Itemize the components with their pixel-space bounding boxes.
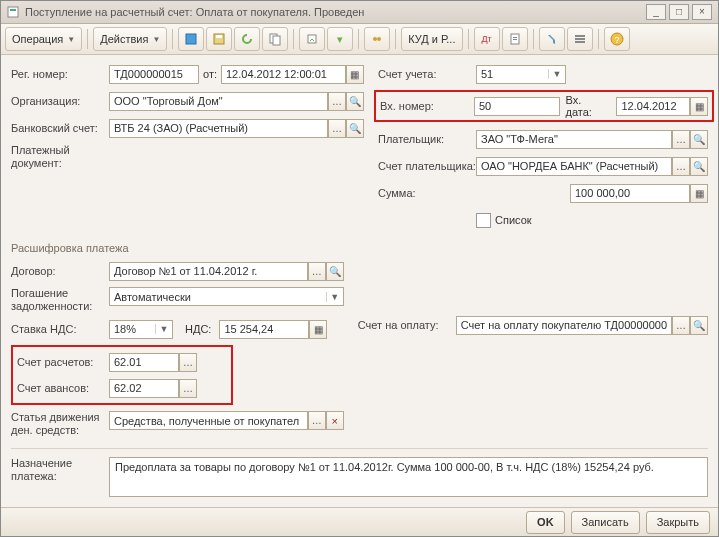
lookup-icon[interactable]: 🔍	[690, 157, 708, 176]
svg-rect-6	[273, 36, 280, 45]
refresh-icon-button[interactable]	[234, 27, 260, 51]
operation-menu-button[interactable]: Операция▼	[5, 27, 82, 51]
lookup-icon[interactable]: 🔍	[690, 130, 708, 149]
vn-label: Вх. номер:	[380, 100, 474, 112]
ellipsis-button[interactable]: …	[328, 92, 346, 111]
vat-rate-label: Ставка НДС:	[11, 323, 109, 335]
kudir-label: КУД и Р...	[408, 33, 455, 45]
dropdown-icon: ▼	[548, 69, 565, 79]
lookup-icon[interactable]: 🔍	[690, 316, 708, 335]
calendar-icon[interactable]: ▦	[690, 97, 708, 116]
ellipsis-button[interactable]: …	[328, 119, 346, 138]
close-window-button[interactable]: ×	[692, 4, 712, 20]
settle-acc-input[interactable]: 62.01	[109, 353, 179, 372]
ellipsis-button[interactable]: …	[672, 130, 690, 149]
based-on-icon-button[interactable]	[299, 27, 325, 51]
save-button[interactable]: Записать	[571, 511, 640, 534]
print-dropdown-button[interactable]: ▾	[327, 27, 353, 51]
ok-button[interactable]: OK	[526, 511, 565, 534]
section-payment-details: Расшифровка платежа	[11, 242, 708, 254]
copy-icon-button[interactable]	[262, 27, 288, 51]
save-icon-button[interactable]	[206, 27, 232, 51]
dropdown-icon: ▼	[326, 292, 343, 302]
list-checkbox-label: Список	[495, 214, 532, 226]
vdate-label: Вх. дата:	[566, 94, 611, 118]
payer-acc-input[interactable]: ОАО "НОРДЕА БАНК" (Расчетный)	[476, 157, 672, 176]
separator	[87, 29, 88, 49]
kudir-button[interactable]: КУД и Р...	[401, 27, 462, 51]
debt-label: Погашение задолженности:	[11, 287, 109, 313]
incoming-highlight: Вх. номер: 50 Вх. дата: 12.04.2012 ▦	[374, 90, 714, 122]
caret-down-icon: ▼	[152, 35, 160, 44]
dtkt-icon-button[interactable]: Дт	[474, 27, 500, 51]
calculator-icon[interactable]: ▦	[690, 184, 708, 203]
contract-input[interactable]: Договор №1 от 11.04.2012 г.	[109, 262, 308, 281]
minimize-button[interactable]: _	[646, 4, 666, 20]
payer-acc-label: Счет плательщика:	[378, 160, 476, 172]
ellipsis-button[interactable]: …	[308, 411, 326, 430]
caret-down-icon: ▼	[67, 35, 75, 44]
ellipsis-button[interactable]: …	[308, 262, 326, 281]
separator	[395, 29, 396, 49]
vat-input[interactable]: 15 254,24	[219, 320, 309, 339]
debt-select[interactable]: Автоматически ▼	[109, 287, 344, 306]
acct-select[interactable]: 51 ▼	[476, 65, 566, 84]
from-label: от:	[203, 68, 217, 80]
org-input[interactable]: ООО "Торговый Дом"	[109, 92, 328, 111]
clear-button[interactable]: ×	[326, 411, 344, 430]
separator	[172, 29, 173, 49]
ellipsis-button[interactable]: …	[179, 353, 197, 372]
close-button[interactable]: Закрыть	[646, 511, 710, 534]
invoice-input[interactable]: Счет на оплату покупателю ТД00000000	[456, 316, 672, 335]
sum-label: Сумма:	[378, 187, 476, 199]
separator	[533, 29, 534, 49]
svg-rect-1	[10, 9, 16, 11]
reg-no-input[interactable]: ТД000000015	[109, 65, 199, 84]
svg-text:?: ?	[614, 35, 619, 45]
lookup-icon[interactable]: 🔍	[346, 119, 364, 138]
cashflow-label: Статья движения ден. средств:	[11, 411, 109, 437]
adv-acc-input[interactable]: 62.02	[109, 379, 179, 398]
ellipsis-button[interactable]: …	[672, 157, 690, 176]
svg-rect-14	[575, 38, 585, 40]
dropdown-icon: ▼	[155, 324, 172, 334]
filter-icon-button[interactable]	[539, 27, 565, 51]
vat-label: НДС:	[185, 323, 211, 335]
vn-input[interactable]: 50	[474, 97, 560, 116]
maximize-button[interactable]: □	[669, 4, 689, 20]
form-body: Рег. номер: ТД000000015 от: 12.04.2012 1…	[1, 55, 718, 506]
titlebar: Поступление на расчетный счет: Оплата от…	[1, 1, 718, 24]
links-icon-button[interactable]	[364, 27, 390, 51]
reg-date-input[interactable]: 12.04.2012 12:00:01	[221, 65, 346, 84]
vat-rate-select[interactable]: 18% ▼	[109, 320, 173, 339]
contract-label: Договор:	[11, 265, 109, 277]
ellipsis-button[interactable]: …	[179, 379, 197, 398]
document-window: Поступление на расчетный счет: Оплата от…	[0, 0, 719, 537]
purpose-textarea[interactable]: Предоплата за товары по договору №1 от 1…	[109, 457, 708, 497]
vdate-input[interactable]: 12.04.2012	[616, 97, 690, 116]
calculator-icon[interactable]: ▦	[309, 320, 327, 339]
cashflow-input[interactable]: Средства, полученные от покупател	[109, 411, 308, 430]
list-checkbox[interactable]	[476, 213, 491, 228]
lookup-icon[interactable]: 🔍	[326, 262, 344, 281]
payer-label: Плательщик:	[378, 133, 476, 145]
list-icon-button[interactable]	[567, 27, 593, 51]
lookup-icon[interactable]: 🔍	[346, 92, 364, 111]
bank-input[interactable]: ВТБ 24 (ЗАО) (Расчетный)	[109, 119, 328, 138]
report-icon-button[interactable]	[502, 27, 528, 51]
actions-label: Действия	[100, 33, 148, 45]
sum-input[interactable]: 100 000,00	[570, 184, 690, 203]
actions-menu-button[interactable]: Действия▼	[93, 27, 167, 51]
svg-rect-4	[216, 35, 222, 38]
separator	[598, 29, 599, 49]
separator	[468, 29, 469, 49]
payer-input[interactable]: ЗАО "ТФ-Мега"	[476, 130, 672, 149]
help-icon-button[interactable]: ?	[604, 27, 630, 51]
calendar-icon[interactable]: ▦	[346, 65, 364, 84]
post-button[interactable]	[178, 27, 204, 51]
mid-left-column: Договор: Договор №1 от 11.04.2012 г. … 🔍…	[11, 260, 344, 442]
right-column: Счет учета: 51 ▼ Вх. номер: 50 Вх. дата:…	[378, 63, 708, 236]
acct-value: 51	[477, 68, 548, 80]
adv-acc-label: Счет авансов:	[17, 382, 109, 394]
ellipsis-button[interactable]: …	[672, 316, 690, 335]
